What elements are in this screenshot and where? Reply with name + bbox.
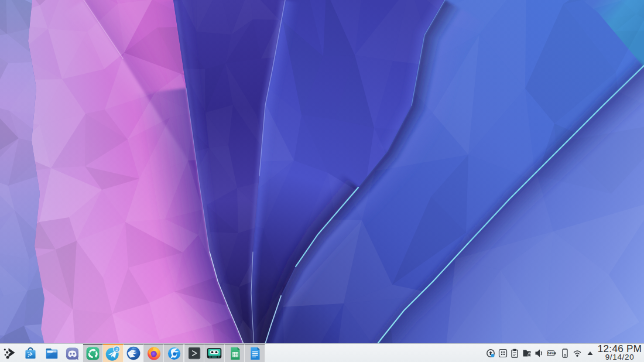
svg-text:2: 2: [116, 347, 118, 352]
svg-text:84%: 84%: [547, 351, 554, 355]
